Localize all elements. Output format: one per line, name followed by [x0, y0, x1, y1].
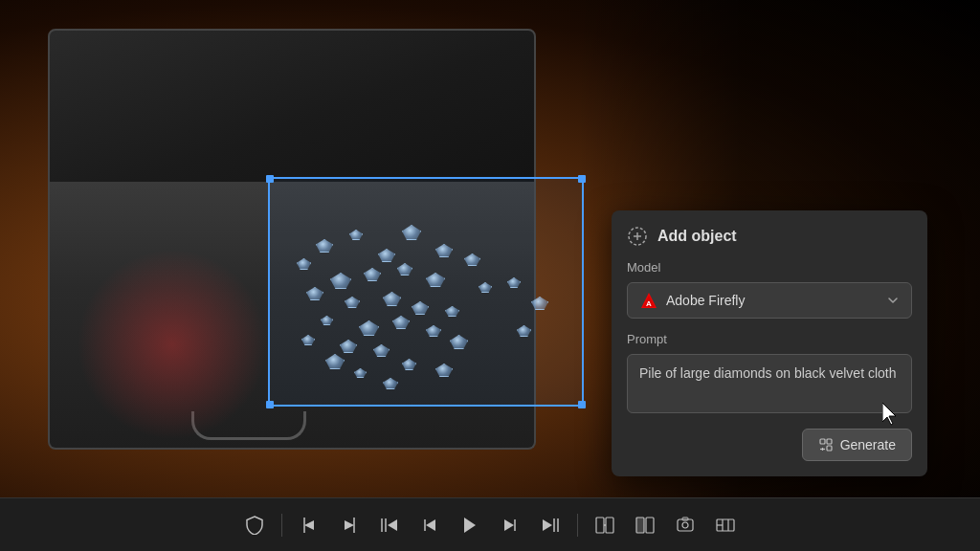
svg-rect-24	[678, 519, 693, 531]
svg-rect-6	[820, 439, 825, 444]
mouse-cursor	[882, 403, 902, 426]
toolbar-btn-step-forward[interactable]	[493, 508, 527, 542]
svg-marker-15	[464, 518, 476, 533]
red-glow-effect	[77, 249, 268, 440]
toolbar-divider-1	[281, 514, 282, 537]
generate-icon	[818, 437, 834, 452]
svg-point-25	[682, 522, 688, 528]
toolbar-btn-insert[interactable]	[588, 508, 622, 542]
toolbar-btn-mark-out[interactable]	[332, 508, 367, 542]
toolbar-btn-export-frame[interactable]	[668, 508, 702, 542]
selection-handle-br[interactable]	[578, 401, 586, 408]
selection-handle-tl[interactable]	[266, 175, 274, 183]
selection-handle-tr[interactable]	[578, 175, 586, 183]
selection-handle-bl[interactable]	[266, 401, 274, 408]
model-dropdown-left: A Adobe Firefly	[639, 291, 745, 310]
toolbar-btn-overwrite[interactable]	[628, 508, 662, 542]
svg-rect-20	[606, 518, 613, 533]
add-object-panel: Add object Model A Adobe Firefly Prompt	[612, 210, 927, 476]
selection-rectangle[interactable]	[268, 177, 584, 407]
toolbar-divider-2	[577, 514, 578, 537]
svg-rect-23	[646, 518, 654, 533]
toolbar-btn-go-to-in[interactable]	[372, 508, 407, 542]
svg-rect-19	[596, 518, 604, 533]
generate-label: Generate	[840, 437, 896, 452]
toolbar-btn-go-to-out[interactable]	[533, 508, 568, 542]
generate-row: Generate	[627, 429, 912, 461]
svg-marker-9	[882, 403, 896, 425]
prompt-label: Prompt	[627, 332, 912, 346]
svg-rect-22	[636, 518, 644, 533]
model-name: Adobe Firefly	[666, 293, 745, 308]
panel-header: Add object	[627, 226, 912, 247]
svg-rect-7	[827, 439, 832, 444]
toolbar-btn-shield[interactable]	[237, 508, 272, 542]
model-label: Model	[627, 260, 912, 275]
panel-title: Add object	[657, 228, 737, 245]
svg-rect-8	[827, 446, 832, 451]
toolbar	[0, 497, 980, 551]
toolbar-btn-trim[interactable]	[708, 508, 743, 542]
add-object-icon	[627, 226, 648, 247]
chevron-down-icon	[886, 294, 900, 307]
toolbar-btn-mark-in[interactable]	[292, 508, 326, 542]
generate-button[interactable]: Generate	[802, 429, 912, 461]
main-canvas: Add object Model A Adobe Firefly Prompt	[0, 0, 980, 497]
toolbar-btn-step-back[interactable]	[412, 508, 447, 542]
adobe-firefly-logo: A	[639, 291, 658, 310]
prompt-input[interactable]	[627, 354, 912, 413]
svg-text:A: A	[646, 299, 652, 308]
toolbar-btn-play[interactable]	[453, 508, 487, 542]
model-dropdown[interactable]: A Adobe Firefly	[627, 282, 912, 319]
